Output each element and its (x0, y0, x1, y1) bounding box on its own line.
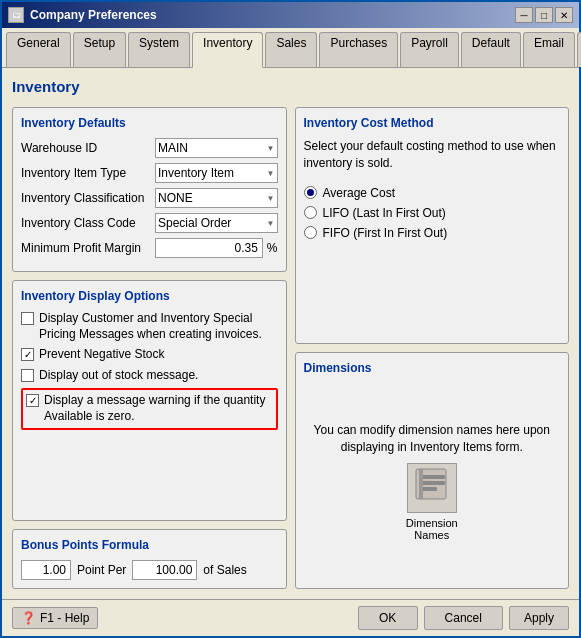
tab-purchases[interactable]: Purchases (319, 32, 398, 67)
left-column: Inventory Defaults Warehouse ID MAIN ▼ I… (12, 107, 287, 589)
checkbox-0[interactable] (21, 312, 34, 325)
radio-average-cost[interactable] (304, 186, 317, 199)
checkbox-label-1: Prevent Negative Stock (39, 347, 164, 363)
bonus-suffix-label: of Sales (203, 563, 246, 577)
percent-label: % (267, 241, 278, 255)
ok-button[interactable]: OK (358, 606, 418, 630)
tab-inventory[interactable]: Inventory (192, 32, 263, 68)
class-code-arrow: ▼ (267, 219, 275, 228)
tab-setup[interactable]: Setup (73, 32, 126, 67)
dimensions-button-group: DimensionNames (406, 463, 458, 541)
bonus-row: Point Per of Sales (21, 560, 278, 580)
radio-lifo-label: LIFO (Last In First Out) (323, 206, 446, 220)
warehouse-id-label: Warehouse ID (21, 141, 151, 155)
cost-method-title: Inventory Cost Method (304, 116, 561, 130)
main-layout: Inventory Defaults Warehouse ID MAIN ▼ I… (12, 107, 569, 589)
checkbox-row-3-highlighted: Display a message warning if the quantit… (21, 388, 278, 429)
item-type-label: Inventory Item Type (21, 166, 151, 180)
cost-method-options: Average Cost LIFO (Last In First Out) FI… (304, 186, 561, 240)
cancel-button[interactable]: Cancel (424, 606, 503, 630)
tab-default[interactable]: Default (461, 32, 521, 67)
radio-average-cost-label: Average Cost (323, 186, 396, 200)
radio-fifo-label: FIFO (First In First Out) (323, 226, 448, 240)
checkbox-label-0: Display Customer and Inventory Special P… (39, 311, 278, 342)
cost-method-option-0[interactable]: Average Cost (304, 186, 561, 200)
main-window: 🗂 Company Preferences ─ □ ✕ General Setu… (0, 0, 581, 638)
dimensions-svg (414, 467, 450, 503)
class-code-row: Inventory Class Code Special Order ▼ (21, 213, 278, 233)
window-icon: 🗂 (8, 7, 24, 23)
dimensions-label: DimensionNames (406, 517, 458, 541)
cost-method-option-1[interactable]: LIFO (Last In First Out) (304, 206, 561, 220)
window-title: Company Preferences (30, 8, 157, 22)
action-buttons: OK Cancel Apply (358, 606, 569, 630)
item-type-row: Inventory Item Type Inventory Item ▼ (21, 163, 278, 183)
profit-margin-row: Minimum Profit Margin % (21, 238, 278, 258)
warehouse-id-select[interactable]: MAIN ▼ (155, 138, 278, 158)
checkbox-1[interactable] (21, 348, 34, 361)
help-label: F1 - Help (40, 611, 89, 625)
classification-arrow: ▼ (267, 194, 275, 203)
svg-rect-4 (419, 469, 423, 499)
checkbox-row-0: Display Customer and Inventory Special P… (21, 311, 278, 342)
cost-method-panel: Inventory Cost Method Select your defaul… (295, 107, 570, 344)
checkbox-label-2: Display out of stock message. (39, 368, 198, 384)
checkbox-3[interactable] (26, 394, 39, 407)
dimensions-icon (414, 467, 450, 509)
checkbox-row-1: Prevent Negative Stock (21, 347, 278, 363)
dimensions-button[interactable] (407, 463, 457, 513)
tab-addons[interactable]: Add-Ons (577, 32, 581, 67)
display-options-panel: Inventory Display Options Display Custom… (12, 280, 287, 521)
maximize-button[interactable]: □ (535, 7, 553, 23)
tab-sales[interactable]: Sales (265, 32, 317, 67)
apply-button[interactable]: Apply (509, 606, 569, 630)
tab-system[interactable]: System (128, 32, 190, 67)
help-button[interactable]: ❓ F1 - Help (12, 607, 98, 629)
profit-margin-input[interactable] (155, 238, 263, 258)
tab-payroll[interactable]: Payroll (400, 32, 459, 67)
item-type-select[interactable]: Inventory Item ▼ (155, 163, 278, 183)
inventory-defaults-title: Inventory Defaults (21, 116, 278, 130)
warehouse-id-arrow: ▼ (267, 144, 275, 153)
dimensions-panel: Dimensions You can modify dimension name… (295, 352, 570, 589)
content-area: Inventory Inventory Defaults Warehouse I… (2, 68, 579, 599)
warehouse-id-row: Warehouse ID MAIN ▼ (21, 138, 278, 158)
display-options-title: Inventory Display Options (21, 289, 278, 303)
tab-general[interactable]: General (6, 32, 71, 67)
bonus-per-label: Point Per (77, 563, 126, 577)
bonus-points-panel: Bonus Points Formula Point Per of Sales (12, 529, 287, 589)
cost-method-description: Select your default costing method to us… (304, 138, 561, 172)
dimensions-description: You can modify dimension names here upon… (304, 422, 561, 456)
checkbox-row-2: Display out of stock message. (21, 368, 278, 384)
cost-method-option-2[interactable]: FIFO (First In First Out) (304, 226, 561, 240)
title-bar: 🗂 Company Preferences ─ □ ✕ (2, 2, 579, 28)
close-button[interactable]: ✕ (555, 7, 573, 23)
classification-row: Inventory Classification NONE ▼ (21, 188, 278, 208)
help-icon: ❓ (21, 611, 36, 625)
class-code-select[interactable]: Special Order ▼ (155, 213, 278, 233)
radio-fifo[interactable] (304, 226, 317, 239)
checkbox-label-3: Display a message warning if the quantit… (44, 393, 273, 424)
bonus-value1-input[interactable] (21, 560, 71, 580)
tab-email[interactable]: Email (523, 32, 575, 67)
minimize-button[interactable]: ─ (515, 7, 533, 23)
item-type-arrow: ▼ (267, 169, 275, 178)
right-column: Inventory Cost Method Select your defaul… (295, 107, 570, 589)
classification-label: Inventory Classification (21, 191, 151, 205)
bottom-bar: ❓ F1 - Help OK Cancel Apply (2, 599, 579, 636)
page-title: Inventory (12, 78, 569, 99)
inventory-defaults-panel: Inventory Defaults Warehouse ID MAIN ▼ I… (12, 107, 287, 272)
title-controls: ─ □ ✕ (515, 7, 573, 23)
checkbox-2[interactable] (21, 369, 34, 382)
radio-lifo[interactable] (304, 206, 317, 219)
dimensions-content: You can modify dimension names here upon… (304, 383, 561, 580)
dimensions-title: Dimensions (304, 361, 561, 375)
bonus-points-title: Bonus Points Formula (21, 538, 278, 552)
classification-select[interactable]: NONE ▼ (155, 188, 278, 208)
bonus-value2-input[interactable] (132, 560, 197, 580)
class-code-label: Inventory Class Code (21, 216, 151, 230)
tab-bar: General Setup System Inventory Sales Pur… (2, 28, 579, 68)
profit-margin-label: Minimum Profit Margin (21, 241, 151, 255)
